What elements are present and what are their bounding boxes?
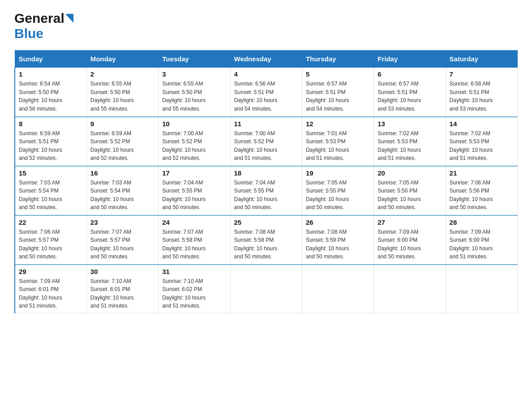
logo-blue-text: Blue (14, 26, 43, 41)
calendar-cell: 20 Sunrise: 7:05 AMSunset: 5:56 PMDaylig… (374, 166, 446, 215)
calendar-cell: 14 Sunrise: 7:02 AMSunset: 5:53 PMDaylig… (446, 117, 517, 166)
day-number: 5 (306, 70, 370, 78)
logo-triangle-icon (65, 14, 73, 25)
column-header-wednesday: Wednesday (230, 51, 302, 68)
day-number: 18 (234, 169, 298, 177)
calendar-cell: 10 Sunrise: 7:00 AMSunset: 5:52 PMDaylig… (159, 117, 230, 166)
day-info: Sunrise: 7:03 AMSunset: 5:54 PMDaylight:… (19, 180, 62, 211)
calendar-cell: 8 Sunrise: 6:59 AMSunset: 5:51 PMDayligh… (15, 117, 86, 166)
day-number: 8 (19, 120, 83, 128)
calendar-cell: 16 Sunrise: 7:03 AMSunset: 5:54 PMDaylig… (86, 166, 158, 215)
day-info: Sunrise: 6:55 AMSunset: 5:50 PMDaylight:… (162, 81, 206, 112)
day-number: 23 (90, 218, 154, 226)
day-info: Sunrise: 6:59 AMSunset: 5:52 PMDaylight:… (90, 130, 134, 162)
week-row-1: 1 Sunrise: 6:54 AMSunset: 5:50 PMDayligh… (15, 68, 518, 117)
day-info: Sunrise: 6:55 AMSunset: 5:50 PMDaylight:… (90, 81, 134, 112)
calendar-cell: 30 Sunrise: 7:10 AMSunset: 6:01 PMDaylig… (86, 265, 158, 313)
calendar-cell: 3 Sunrise: 6:55 AMSunset: 5:50 PMDayligh… (159, 68, 230, 117)
calendar-cell: 13 Sunrise: 7:02 AMSunset: 5:53 PMDaylig… (374, 117, 446, 166)
calendar-cell: 18 Sunrise: 7:04 AMSunset: 5:55 PMDaylig… (230, 166, 302, 215)
calendar-cell: 6 Sunrise: 6:57 AMSunset: 5:51 PMDayligh… (374, 68, 446, 117)
day-info: Sunrise: 7:02 AMSunset: 5:53 PMDaylight:… (450, 130, 493, 162)
day-number: 12 (306, 120, 370, 128)
day-info: Sunrise: 7:07 AMSunset: 5:57 PMDaylight:… (90, 229, 134, 260)
calendar-cell: 19 Sunrise: 7:05 AMSunset: 5:55 PMDaylig… (302, 166, 373, 215)
calendar-cell (374, 265, 446, 313)
column-header-thursday: Thursday (302, 51, 373, 68)
day-number: 27 (378, 218, 442, 226)
day-info: Sunrise: 7:09 AMSunset: 6:00 PMDaylight:… (450, 229, 493, 260)
day-number: 15 (19, 169, 83, 177)
day-info: Sunrise: 6:57 AMSunset: 5:51 PMDaylight:… (378, 81, 421, 112)
calendar-cell: 12 Sunrise: 7:01 AMSunset: 5:53 PMDaylig… (302, 117, 373, 166)
day-info: Sunrise: 6:59 AMSunset: 5:51 PMDaylight:… (19, 130, 62, 162)
calendar-cell: 29 Sunrise: 7:09 AMSunset: 6:01 PMDaylig… (15, 265, 86, 313)
day-info: Sunrise: 7:08 AMSunset: 5:59 PMDaylight:… (306, 229, 349, 260)
svg-marker-0 (65, 14, 73, 23)
calendar-cell (230, 265, 302, 313)
day-number: 22 (19, 218, 83, 226)
calendar-cell: 31 Sunrise: 7:10 AMSunset: 6:02 PMDaylig… (159, 265, 230, 313)
day-info: Sunrise: 7:06 AMSunset: 5:57 PMDaylight:… (19, 229, 62, 260)
calendar-cell (446, 265, 517, 313)
day-info: Sunrise: 6:57 AMSunset: 5:51 PMDaylight:… (306, 81, 349, 112)
day-number: 11 (234, 120, 298, 128)
calendar-cell: 15 Sunrise: 7:03 AMSunset: 5:54 PMDaylig… (15, 166, 86, 215)
day-number: 4 (234, 70, 298, 78)
day-number: 19 (306, 169, 370, 177)
day-number: 2 (90, 70, 154, 78)
week-row-2: 8 Sunrise: 6:59 AMSunset: 5:51 PMDayligh… (15, 117, 518, 166)
day-number: 6 (378, 70, 442, 78)
calendar-cell: 5 Sunrise: 6:57 AMSunset: 5:51 PMDayligh… (302, 68, 373, 117)
day-info: Sunrise: 7:00 AMSunset: 5:52 PMDaylight:… (162, 130, 206, 162)
column-header-saturday: Saturday (446, 51, 517, 68)
day-info: Sunrise: 6:54 AMSunset: 5:50 PMDaylight:… (19, 81, 62, 112)
calendar-header: SundayMondayTuesdayWednesdayThursdayFrid… (15, 51, 518, 68)
calendar-cell: 4 Sunrise: 6:56 AMSunset: 5:51 PMDayligh… (230, 68, 302, 117)
column-header-friday: Friday (374, 51, 446, 68)
day-number: 9 (90, 120, 154, 128)
day-info: Sunrise: 7:09 AMSunset: 6:01 PMDaylight:… (19, 278, 62, 309)
day-number: 13 (378, 120, 442, 128)
day-info: Sunrise: 7:04 AMSunset: 5:55 PMDaylight:… (234, 180, 278, 211)
calendar-cell: 11 Sunrise: 7:00 AMSunset: 5:52 PMDaylig… (230, 117, 302, 166)
day-number: 14 (450, 120, 514, 128)
day-number: 26 (306, 218, 370, 226)
day-info: Sunrise: 7:04 AMSunset: 5:55 PMDaylight:… (162, 180, 206, 211)
column-header-monday: Monday (86, 51, 158, 68)
calendar-cell: 23 Sunrise: 7:07 AMSunset: 5:57 PMDaylig… (86, 215, 158, 265)
calendar-cell: 25 Sunrise: 7:08 AMSunset: 5:58 PMDaylig… (230, 215, 302, 265)
day-info: Sunrise: 7:10 AMSunset: 6:01 PMDaylight:… (90, 278, 134, 309)
day-info: Sunrise: 7:08 AMSunset: 5:58 PMDaylight:… (234, 229, 278, 260)
day-number: 29 (19, 268, 83, 275)
day-number: 7 (450, 70, 514, 78)
calendar-cell: 7 Sunrise: 6:58 AMSunset: 5:51 PMDayligh… (446, 68, 517, 117)
day-number: 25 (234, 218, 298, 226)
calendar-cell: 26 Sunrise: 7:08 AMSunset: 5:59 PMDaylig… (302, 215, 373, 265)
calendar-cell: 27 Sunrise: 7:09 AMSunset: 6:00 PMDaylig… (374, 215, 446, 265)
calendar-cell: 21 Sunrise: 7:06 AMSunset: 5:56 PMDaylig… (446, 166, 517, 215)
day-info: Sunrise: 7:09 AMSunset: 6:00 PMDaylight:… (378, 229, 421, 260)
day-number: 17 (162, 169, 226, 177)
day-info: Sunrise: 7:05 AMSunset: 5:55 PMDaylight:… (306, 180, 349, 211)
column-header-tuesday: Tuesday (159, 51, 230, 68)
day-number: 28 (450, 218, 514, 226)
day-info: Sunrise: 7:06 AMSunset: 5:56 PMDaylight:… (450, 180, 493, 211)
calendar-cell: 17 Sunrise: 7:04 AMSunset: 5:55 PMDaylig… (159, 166, 230, 215)
day-number: 24 (162, 218, 226, 226)
day-info: Sunrise: 7:01 AMSunset: 5:53 PMDaylight:… (306, 130, 349, 162)
calendar-table: SundayMondayTuesdayWednesdayThursdayFrid… (14, 50, 518, 313)
column-header-sunday: Sunday (15, 51, 86, 68)
week-row-4: 22 Sunrise: 7:06 AMSunset: 5:57 PMDaylig… (15, 215, 518, 265)
day-number: 16 (90, 169, 154, 177)
calendar-cell: 22 Sunrise: 7:06 AMSunset: 5:57 PMDaylig… (15, 215, 86, 265)
day-info: Sunrise: 7:03 AMSunset: 5:54 PMDaylight:… (90, 180, 134, 211)
logo: General Blue (14, 11, 73, 41)
day-info: Sunrise: 6:56 AMSunset: 5:51 PMDaylight:… (234, 81, 278, 112)
day-number: 30 (90, 268, 154, 275)
day-info: Sunrise: 7:10 AMSunset: 6:02 PMDaylight:… (162, 278, 206, 309)
day-number: 1 (19, 70, 83, 78)
page-header: General Blue (14, 11, 518, 41)
day-number: 10 (162, 120, 226, 128)
calendar-cell: 9 Sunrise: 6:59 AMSunset: 5:52 PMDayligh… (86, 117, 158, 166)
